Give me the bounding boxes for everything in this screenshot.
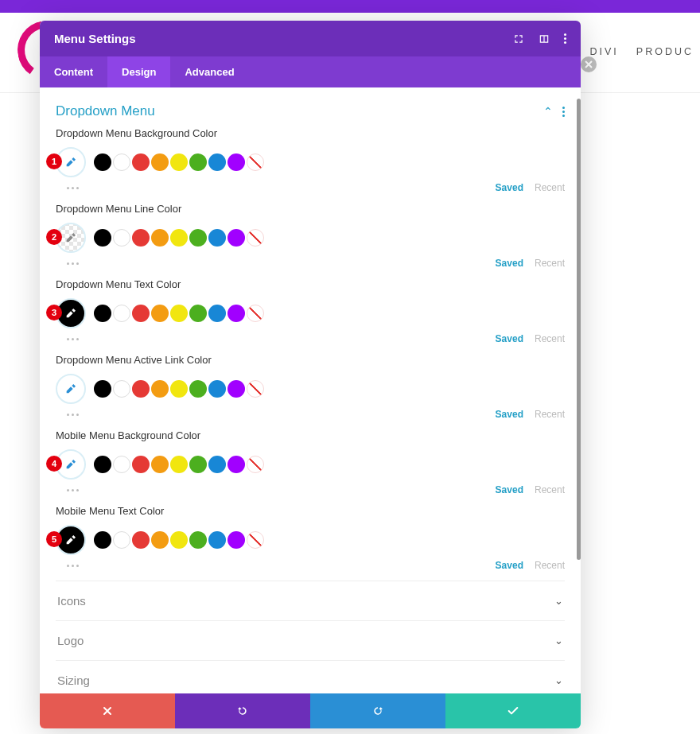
redo-button[interactable] [310,693,445,728]
color-swatch[interactable] [189,531,207,549]
color-swatch[interactable] [189,380,207,398]
color-option-group: Dropdown Menu Background Color 1 Saved R… [56,127,565,193]
close-panel-icon[interactable] [581,56,597,72]
color-swatch[interactable] [132,456,150,473]
color-swatch[interactable] [132,153,150,171]
color-swatch[interactable] [189,305,207,322]
section-more-icon[interactable] [562,107,565,117]
color-swatch[interactable] [113,456,130,473]
color-swatch[interactable] [208,456,226,473]
more-dots-icon[interactable] [67,338,79,340]
cancel-button[interactable] [40,693,175,728]
more-dots-icon[interactable] [67,565,79,567]
color-swatch[interactable] [113,531,130,549]
color-swatch[interactable] [94,229,111,247]
color-swatch-none[interactable] [247,380,264,398]
recent-link[interactable]: Recent [535,333,565,344]
color-swatch[interactable] [151,305,169,322]
columns-icon[interactable] [539,33,550,45]
color-swatch[interactable] [151,153,169,171]
section-label: Sizing [57,674,90,687]
color-swatch[interactable] [113,153,130,171]
eyedropper-icon [64,383,77,395]
saved-link[interactable]: Saved [496,484,523,495]
section-icons[interactable]: Icons ⌄ [56,581,565,620]
saved-link[interactable]: Saved [496,560,523,571]
color-swatch-none[interactable] [247,305,264,322]
color-swatch-none[interactable] [247,229,264,247]
recent-link[interactable]: Recent [535,409,565,420]
color-swatch[interactable] [208,531,226,549]
color-swatch[interactable] [228,305,245,322]
recent-link[interactable]: Recent [535,484,565,495]
color-option-label: Dropdown Menu Active Link Color [56,354,565,366]
color-swatch[interactable] [170,531,188,549]
color-swatch[interactable] [208,305,226,322]
color-swatch[interactable] [170,305,188,322]
color-swatch[interactable] [113,380,130,398]
recent-link[interactable]: Recent [535,560,565,571]
color-swatch[interactable] [94,531,111,549]
section-dropdown-menu[interactable]: Dropdown Menu ⌃ [56,99,565,127]
color-swatch[interactable] [228,380,245,398]
color-swatch[interactable] [208,229,226,247]
tab-design[interactable]: Design [107,56,170,87]
color-swatch[interactable] [228,531,245,549]
color-swatch[interactable] [113,305,130,322]
color-swatch[interactable] [208,153,226,171]
color-swatch[interactable] [170,380,188,398]
saved-link[interactable]: Saved [496,333,523,344]
more-dots-icon[interactable] [67,414,79,416]
color-swatch[interactable] [189,229,207,247]
undo-button[interactable] [175,693,310,728]
expand-icon[interactable] [513,33,524,45]
color-swatch[interactable] [228,456,245,473]
recent-link[interactable]: Recent [535,258,565,269]
color-swatch[interactable] [132,531,150,549]
color-swatch[interactable] [151,229,169,247]
color-swatch[interactable] [132,380,150,398]
color-swatch[interactable] [94,305,111,322]
color-swatch-none[interactable] [247,531,264,549]
eyedropper-icon [64,458,77,471]
chevron-up-icon[interactable]: ⌃ [543,105,553,118]
color-swatch[interactable] [208,380,226,398]
tab-content[interactable]: Content [40,56,107,87]
header-more-icon[interactable] [564,33,566,44]
color-swatch[interactable] [94,153,111,171]
recent-link[interactable]: Recent [535,182,565,193]
color-swatch[interactable] [170,153,188,171]
more-dots-icon[interactable] [67,489,79,491]
more-dots-icon[interactable] [67,187,79,189]
color-swatch[interactable] [151,531,169,549]
color-swatch[interactable] [170,229,188,247]
saved-link[interactable]: Saved [496,409,523,420]
color-swatch[interactable] [189,153,207,171]
color-swatch[interactable] [94,380,111,398]
color-swatch-none[interactable] [247,456,264,473]
eyedropper-button[interactable] [56,374,86,404]
saved-link[interactable]: Saved [496,182,523,193]
step-badge: 4 [46,456,62,472]
save-button[interactable] [445,693,581,728]
more-dots-icon[interactable] [67,262,79,265]
color-swatch[interactable] [132,305,150,322]
nav-item-divi[interactable]: DIVI [590,46,619,57]
color-swatch[interactable] [228,153,245,171]
color-swatch-none[interactable] [247,153,264,171]
nav-item-products[interactable]: PRODUC [636,46,694,57]
scrollbar-thumb[interactable] [577,99,581,560]
color-swatch[interactable] [94,456,111,473]
color-swatch[interactable] [170,456,188,473]
color-swatch[interactable] [132,229,150,247]
color-swatch[interactable] [113,229,130,247]
tab-advanced[interactable]: Advanced [170,56,248,87]
color-option-label: Dropdown Menu Text Color [56,278,565,290]
color-swatch[interactable] [151,380,169,398]
color-swatch[interactable] [228,229,245,247]
section-logo[interactable]: Logo ⌄ [56,620,565,660]
saved-link[interactable]: Saved [496,258,523,269]
color-swatch[interactable] [189,456,207,473]
section-sizing[interactable]: Sizing ⌄ [56,660,565,693]
color-swatch[interactable] [151,456,169,473]
